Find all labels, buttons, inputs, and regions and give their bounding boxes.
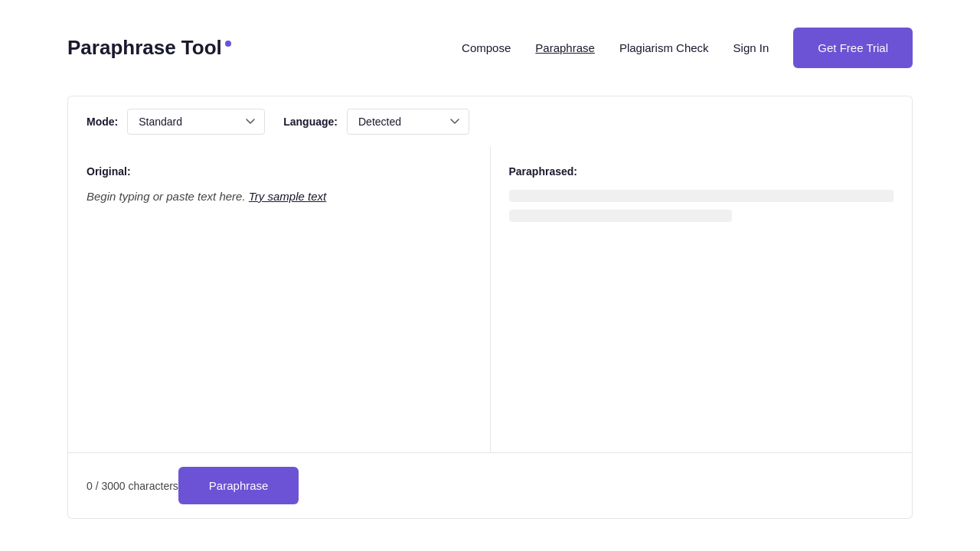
original-placeholder: Begin typing or paste text here. Try sam… bbox=[87, 190, 472, 203]
logo: Paraphrase Tool bbox=[67, 36, 231, 60]
nav-signin[interactable]: Sign In bbox=[733, 41, 769, 54]
options-bar: Mode: Standard Fluency Creative Formal S… bbox=[67, 96, 913, 147]
nav-plagiarism[interactable]: Plagiarism Check bbox=[619, 41, 709, 54]
nav-paraphrase[interactable]: Paraphrase bbox=[535, 41, 595, 54]
try-sample-link[interactable]: Try sample text bbox=[249, 190, 326, 203]
mode-group: Mode: Standard Fluency Creative Formal S… bbox=[87, 109, 265, 135]
main-nav: Compose Paraphrase Plagiarism Check Sign… bbox=[462, 28, 913, 68]
get-free-trial-button[interactable]: Get Free Trial bbox=[793, 28, 913, 68]
language-group: Language: Detected English Spanish Frenc… bbox=[283, 109, 469, 135]
paraphrased-label: Paraphrased: bbox=[509, 165, 894, 178]
paraphrase-button[interactable]: Paraphrase bbox=[178, 467, 299, 504]
skeleton-bar-1 bbox=[509, 190, 894, 202]
logo-text: Paraphrase Tool bbox=[67, 36, 222, 60]
original-label: Original: bbox=[87, 165, 472, 178]
skeleton-bar-2 bbox=[509, 210, 732, 222]
char-count: 0 / 3000 characters bbox=[87, 480, 178, 492]
nav-compose[interactable]: Compose bbox=[462, 41, 511, 54]
language-select[interactable]: Detected English Spanish French German bbox=[347, 109, 469, 135]
mode-label: Mode: bbox=[87, 116, 118, 128]
logo-dot bbox=[225, 41, 231, 47]
footer-bar: 0 / 3000 characters Paraphrase bbox=[67, 453, 913, 519]
editor-container: Original: Begin typing or paste text her… bbox=[67, 147, 913, 453]
language-label: Language: bbox=[283, 116, 338, 128]
paraphrased-panel: Paraphrased: bbox=[491, 147, 913, 452]
mode-select[interactable]: Standard Fluency Creative Formal Simple … bbox=[127, 109, 265, 135]
original-panel: Original: Begin typing or paste text her… bbox=[68, 147, 491, 452]
header: Paraphrase Tool Compose Paraphrase Plagi… bbox=[67, 0, 913, 96]
main-content: Mode: Standard Fluency Creative Formal S… bbox=[67, 96, 913, 549]
original-placeholder-text: Begin typing or paste text here. bbox=[87, 190, 246, 203]
